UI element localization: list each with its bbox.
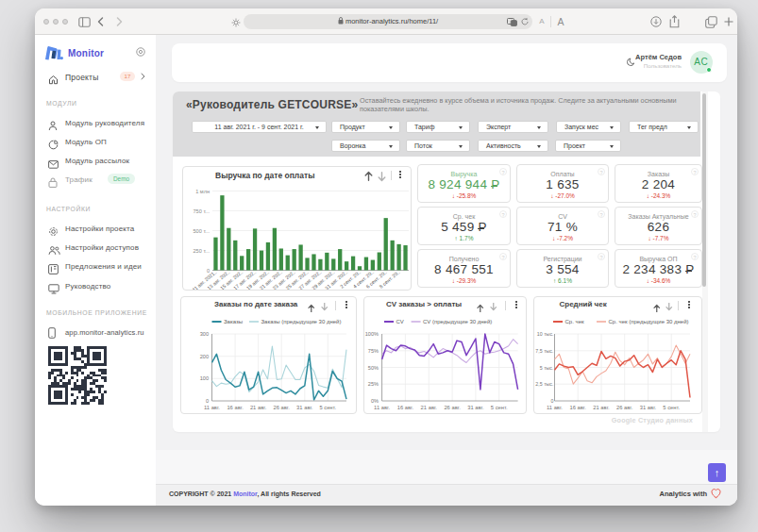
svg-text:200: 200 [200, 354, 209, 359]
svg-text:31 авг.: 31 авг. [640, 405, 657, 410]
svg-text:1 млн: 1 млн [195, 189, 210, 194]
svg-text:7,5 тыс.: 7,5 тыс. [535, 348, 553, 354]
svg-text:21 авг.: 21 авг. [421, 405, 438, 410]
svg-text:Ср. чек (предыдущие 30 дней): Ср. чек (предыдущие 30 дней) [609, 319, 689, 324]
svg-text:26 авг.: 26 авг. [616, 405, 633, 410]
svg-text:11 авг.: 11 авг. [547, 405, 563, 410]
svg-text:0%: 0% [371, 398, 379, 404]
svg-text:31 авг.: 31 авг. [467, 405, 484, 410]
svg-text:CV (предыдущие 30 дней): CV (предыдущие 30 дней) [423, 319, 492, 324]
svg-text:CV: CV [396, 319, 404, 324]
svg-text:750 т...: 750 т... [194, 208, 211, 214]
svg-text:21 авг.: 21 авг. [593, 405, 610, 410]
svg-text:25%: 25% [368, 381, 379, 387]
svg-text:75%: 75% [368, 348, 379, 354]
svg-text:50%: 50% [368, 365, 379, 371]
svg-text:100: 100 [200, 375, 209, 381]
svg-text:5 сент.: 5 сент. [491, 405, 508, 410]
svg-text:16 авг.: 16 авг. [570, 405, 587, 410]
svg-text:5 сент.: 5 сент. [319, 405, 336, 410]
svg-text:500 т...: 500 т... [194, 228, 211, 234]
svg-text:26 авг.: 26 авг. [444, 405, 461, 410]
svg-text:31 авг.: 31 авг. [296, 405, 313, 410]
svg-text:0: 0 [551, 398, 554, 404]
svg-text:11 авг.: 11 авг. [204, 405, 220, 410]
svg-text:5 сент.: 5 сент. [663, 405, 680, 410]
svg-text:16 авг.: 16 авг. [227, 405, 244, 410]
svg-text:26 авг.: 26 авг. [274, 405, 291, 410]
svg-text:21 авг.: 21 авг. [250, 405, 267, 410]
svg-text:16 авг.: 16 авг. [397, 405, 414, 410]
svg-text:5 тыс.: 5 тыс. [540, 365, 554, 371]
svg-text:2,5 тыс.: 2,5 тыс. [535, 381, 553, 387]
svg-text:250 т...: 250 т... [194, 248, 211, 254]
svg-text:Ср. чек: Ср. чек [565, 319, 584, 324]
svg-text:100%: 100% [365, 331, 379, 337]
svg-text:10 тыс.: 10 тыс. [537, 331, 554, 337]
svg-text:0: 0 [206, 398, 209, 404]
svg-text:11 авг.: 11 авг. [374, 405, 390, 410]
svg-text:300: 300 [200, 331, 209, 337]
svg-text:Заказы (предыдущие 30 дней): Заказы (предыдущие 30 дней) [261, 319, 342, 324]
svg-text:Заказы: Заказы [224, 319, 243, 324]
